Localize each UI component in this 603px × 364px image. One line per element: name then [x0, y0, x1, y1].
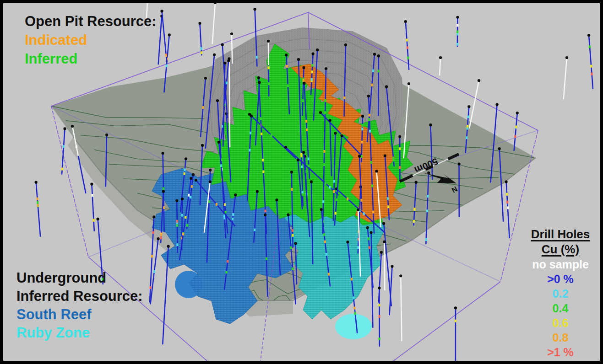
legend-entry-08: 0.8 — [519, 330, 602, 345]
underground-title-line2: Inferred Resource: — [16, 287, 143, 305]
legend-entry-02: 0.2 — [519, 286, 602, 301]
south-reef-label: South Reef — [16, 305, 143, 324]
legend-title-line1: Drill Holes — [519, 227, 602, 242]
open-pit-title: Open Pit Resource: — [25, 12, 157, 31]
legend-title-line2: Cu (%) — [519, 242, 602, 257]
underground-title-line1: Underground — [16, 269, 143, 287]
drill-hole-legend: Drill Holes Cu (%) no sample >0 % 0.2 0.… — [519, 227, 602, 359]
legend-entry-no-sample: no sample — [519, 257, 602, 272]
open-pit-indicated-label: Indicated — [25, 31, 157, 49]
legend-entry-04: 0.4 — [519, 301, 602, 316]
open-pit-inferred-label: Inferred — [25, 49, 157, 68]
ruby-zone-label: Ruby Zone — [16, 324, 143, 342]
legend-entry-gt1: >1 % — [519, 345, 602, 359]
open-pit-annotation: Open Pit Resource: Indicated Inferred — [25, 12, 157, 68]
legend-entry-06: 0.6 — [519, 316, 602, 330]
underground-annotation: Underground Inferred Resource: South Ree… — [16, 269, 143, 342]
figure-3d-resource-model: 500mN Open Pit Resource: Indicated Infer… — [0, 0, 603, 364]
legend-entry-gt0: >0 % — [519, 272, 602, 286]
